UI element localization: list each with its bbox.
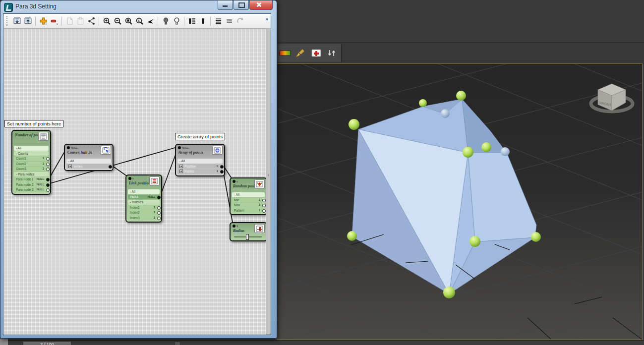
update-arrows-button[interactable] [325,48,338,58]
node-row--counts[interactable]: - Counts [14,151,49,156]
show-bar-button[interactable] [197,16,208,27]
row-output-port[interactable] [157,217,161,220]
row-output-port[interactable] [46,183,50,187]
radius-slider[interactable] [232,234,265,239]
node-row-count3[interactable]: Count31 [14,167,49,172]
remove-node-button[interactable] [49,16,59,27]
node-row-index3[interactable]: Index31 [128,216,160,221]
node-row-count2[interactable]: Count21 [14,162,49,167]
repair-button[interactable] [310,48,323,58]
node-row-index2[interactable]: Index21 [128,210,160,215]
point-sphere-green[interactable] [463,147,473,158]
share-links-button[interactable] [86,16,97,27]
port-dot[interactable] [67,146,70,149]
row-output-port[interactable] [262,204,266,207]
maximize-button[interactable] [234,0,249,10]
node-row--all[interactable]: - All [14,146,49,151]
viewport-scene[interactable] [277,64,642,340]
node-row-para-node-1[interactable]: Para node 1NULL [14,177,49,182]
node-row-max[interactable]: Max1 [232,203,265,208]
node-link-position[interactable]: vLink position- AllPARANULL- IndexesInde… [125,174,162,223]
time-slider-next-button[interactable] [175,342,180,345]
node-row-para[interactable]: PARANULL [128,195,160,200]
node-convex-hull[interactable]: NULLConvex hull 3d- AllVertex [64,144,114,171]
minimize-button[interactable] [218,0,233,10]
point-sphere-green[interactable] [443,287,455,298]
select-arrow-button[interactable] [145,16,156,27]
zoom-out-button[interactable] [112,16,123,27]
row-output-port[interactable] [46,163,50,166]
row-output-port[interactable] [262,209,266,213]
refresh-button[interactable] [234,16,245,27]
row-output-port[interactable] [262,199,266,202]
port-dot[interactable] [128,177,131,180]
add-node-button[interactable] [38,16,49,27]
row-output-port[interactable] [109,165,112,169]
row-output-port[interactable] [157,211,161,215]
copy-button[interactable] [64,16,75,27]
slider-handle[interactable] [246,234,249,240]
node-row--all[interactable]: - All [128,189,160,194]
node-row-index1[interactable]: Index11 [128,205,160,210]
import-button[interactable] [11,16,22,27]
export-button[interactable] [22,16,33,27]
point-sphere-green[interactable] [347,231,357,241]
point-sphere-green[interactable] [531,232,541,242]
node-row-radius[interactable]: Radius1 [177,169,223,174]
node-input-port[interactable]: v [233,180,238,183]
row-output-port[interactable] [46,168,50,171]
perspective-viewport[interactable]: FRONT [277,63,643,340]
node-row-para-node-3[interactable]: Para node 3NULL [14,187,49,192]
side-panel-collapse-strip[interactable]: ‹ [266,29,271,335]
node-row-min[interactable]: Min1 [232,198,265,203]
align-button[interactable] [224,16,234,27]
node-input-port[interactable]: v [128,177,134,180]
node-row-vertex[interactable]: Vertex [66,164,111,169]
point-sphere-green[interactable] [419,99,427,107]
zoom-extents-button[interactable] [123,16,134,27]
row-output-port[interactable] [157,206,161,210]
lights-off-button[interactable] [160,16,171,27]
time-slider-handle[interactable]: 2 / 100 [23,341,71,345]
titlebar[interactable]: Para 3d Setting [0,0,277,13]
close-button[interactable] [249,0,273,10]
point-sphere-green[interactable] [456,91,466,101]
row-output-port[interactable] [220,170,224,173]
color-gradient-button[interactable] [279,48,292,58]
node-row--para-nodes[interactable]: - Para nodes [14,172,49,177]
point-sphere-blue[interactable] [501,147,510,156]
node-row--all[interactable]: - All [177,159,223,164]
lights-on-button[interactable] [171,16,182,27]
node-random-position[interactable]: vRandom position- AllMin1Max1Pattern1 [230,177,266,215]
port-dot[interactable] [233,225,235,228]
zoom-in-button[interactable] [101,16,112,27]
row-output-port[interactable] [46,178,50,181]
para3d-window[interactable]: Para 3d Setting » Number of points- All-… [0,0,277,339]
node-radius[interactable]: 1Radius [230,222,266,241]
row-checkbox[interactable] [179,165,183,168]
point-sphere-blue[interactable] [441,109,450,118]
node-input-port[interactable]: NULL [67,146,78,149]
node-input-port[interactable]: 1 [233,225,238,228]
row-checkbox[interactable] [68,165,72,168]
point-sphere-green[interactable] [469,236,480,247]
node-graph-canvas[interactable]: Number of points- All- CountsCount11Coun… [3,29,266,335]
node-number-of-points[interactable]: Number of points- All- CountsCount11Coun… [11,130,51,195]
show-columns-button[interactable] [186,16,197,27]
convex-hull-face[interactable] [468,153,536,242]
row-output-port[interactable] [46,157,50,161]
collapse-arrow-icon[interactable]: ‹ [268,172,269,177]
zoom-selected-button[interactable] [134,16,145,27]
node-row-position[interactable]: Position0 [177,164,223,169]
point-sphere-green[interactable] [349,119,359,130]
toolbar-grip[interactable] [6,16,9,26]
node-row-pattern[interactable]: Pattern1 [232,208,265,213]
paste-button[interactable] [75,16,86,27]
node-row--all[interactable]: - All [232,192,265,197]
row-output-port[interactable] [46,188,50,192]
node-row-count1[interactable]: Count11 [14,156,49,161]
port-dot[interactable] [178,146,181,149]
toolbar-overflow-chevron-icon[interactable]: » [265,16,268,22]
point-sphere-green[interactable] [481,142,491,152]
node-row--indexes[interactable]: - Indexes [128,200,160,205]
